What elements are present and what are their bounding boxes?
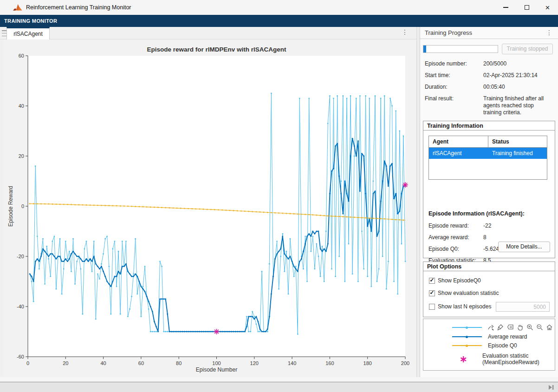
toolstrip-ribbon: TRAINING MONITOR [0,15,558,27]
skip-to-end-icon[interactable] [548,384,554,391]
plot-options-section: Plot Options Show EpisodeQ0 Show evaluat… [423,261,555,317]
minimize-icon [503,7,508,7]
svg-text:-40: -40 [17,304,24,309]
cell-status: Training finished [488,148,547,159]
svg-text:60: 60 [19,53,24,59]
field-value: 200/5000 [483,60,553,67]
field-label: Duration: [425,84,483,91]
field-value: -22 [483,222,491,229]
section-title: Plot Options [423,262,555,271]
option-label: Show EpisodeQ0 [438,277,481,284]
svg-text:0: 0 [26,360,29,366]
legend-line-sample [452,336,482,337]
pan-icon[interactable] [516,323,524,331]
panel-title: Training Progress [425,29,472,36]
legend-asterisk-marker: ∗ [460,357,469,361]
episode-number-row: Episode number: 200/5000 [425,60,553,67]
checkbox-checked-icon[interactable] [429,290,435,296]
option-label: Show evaluation statistic [438,290,499,296]
matlab-logo-icon [13,4,22,12]
tab-options-kebab-icon[interactable]: ⋮ [402,28,408,36]
episode-reward-chart[interactable]: 020406080100120140160180200-60-40-200204… [3,39,416,377]
legend-label: Episode Q0 [488,342,517,349]
field-label: Average reward: [428,234,483,241]
final-result-row: Final result: Training finished after al… [425,95,553,116]
panel-splitter[interactable] [416,27,420,377]
zoom-in-icon[interactable] [526,323,534,331]
agent-status-table: Agent Status rlSACAgent Training finishe… [428,136,547,180]
datatips-icon[interactable] [506,323,514,331]
progress-fill [423,46,426,52]
legend-marker-dot [466,345,468,347]
field-label: Episode Q0: [428,246,483,252]
svg-text:160: 160 [325,360,334,366]
column-header-agent[interactable]: Agent [429,136,488,147]
show-episodeq0-option[interactable]: Show EpisodeQ0 [429,277,481,284]
section-title: Training Information [423,121,555,131]
svg-text:180: 180 [363,360,372,366]
field-label: Final result: [425,95,483,116]
field-value: 8 [483,234,487,241]
svg-text:60: 60 [138,360,144,366]
cell-agent: rlSACAgent [429,148,488,159]
legend-item-episode-q0[interactable]: Episode Q0 [423,342,555,349]
start-time-row: Start time: 02-Apr-2025 21:30:14 [425,72,553,79]
show-evaluation-statistic-option[interactable]: Show evaluation statistic [429,290,499,296]
close-icon: × [545,4,550,12]
svg-text:20: 20 [19,153,24,159]
n-episodes-input[interactable] [496,302,550,312]
svg-text:-20: -20 [17,254,24,259]
legend-marker-dot [466,327,468,329]
legend-item-evaluation-statistic[interactable]: ∗ Evaluation statistic (MeanEpisodeRewar… [423,353,555,366]
svg-text:Episode Number: Episode Number [196,366,237,373]
legend-panel: Episode reward Average reward Episode Q0… [423,319,555,371]
svg-text:Episode Reward: Episode Reward [7,186,14,227]
training-stopped-button[interactable]: Training stopped [502,44,553,54]
minimize-button[interactable] [495,0,516,15]
statusbar-upper-strip [0,377,558,382]
legend-line-sample [452,327,482,328]
window-title: Reinforcement Learning Training Monitor [26,4,131,11]
maximize-icon [525,5,529,10]
more-details-button[interactable]: More Details... [498,242,550,252]
maximize-button[interactable] [516,0,537,15]
legend-marker-dot [466,336,468,338]
episode-reward-row: Episode reward: -22 [428,222,550,229]
duration-row: Duration: 00:05:40 [425,84,553,91]
training-progress-bar [423,45,498,53]
svg-text:200: 200 [401,360,409,366]
close-button[interactable]: × [537,0,558,15]
zoom-out-icon[interactable] [535,323,544,331]
field-value: Training finished after all agents reach… [483,95,553,116]
checkbox-unchecked-icon[interactable] [429,304,435,310]
tab-label: rlSACAgent [13,31,43,37]
svg-text:Episode reward for rlMDPEnv wi: Episode reward for rlMDPEnv with rlSACAg… [147,46,286,53]
svg-text:40: 40 [100,360,106,366]
document-tab-bar: rlSACAgent ⋮ [0,27,416,39]
svg-text:40: 40 [19,103,24,109]
ribbon-tab-label[interactable]: TRAINING MONITOR [4,18,57,24]
episode-information-title: Episode Information (rlSACAgent): [428,210,525,217]
export-icon[interactable] [487,323,495,331]
option-label: Show last N episodes [438,303,491,310]
statusbar [0,382,558,392]
tab-rlsacagent[interactable]: rlSACAgent [6,27,50,39]
legend-item-average-reward[interactable]: Average reward [423,333,555,340]
axes-toolbar [484,321,553,333]
field-value: 02-Apr-2025 21:30:14 [483,72,553,79]
column-header-status[interactable]: Status [488,136,547,147]
brush-icon[interactable] [496,323,505,331]
show-last-n-episodes-option[interactable]: Show last N episodes [429,303,554,310]
panel-options-kebab-icon[interactable]: ⋮ [546,29,552,36]
table-row[interactable]: rlSACAgent Training finished [429,148,547,159]
checkbox-checked-icon[interactable] [429,278,435,284]
panel-header: Training Progress ⋮ [420,27,558,39]
training-information-section: Training Information Agent Status rlSACA… [423,121,555,258]
legend-line-sample [452,345,482,346]
legend-label: Average reward [488,333,527,340]
svg-text:120: 120 [250,360,259,366]
svg-text:-60: -60 [17,354,24,359]
home-icon[interactable] [545,323,553,331]
svg-text:80: 80 [176,360,182,366]
tab-grip-icon[interactable] [2,30,6,36]
